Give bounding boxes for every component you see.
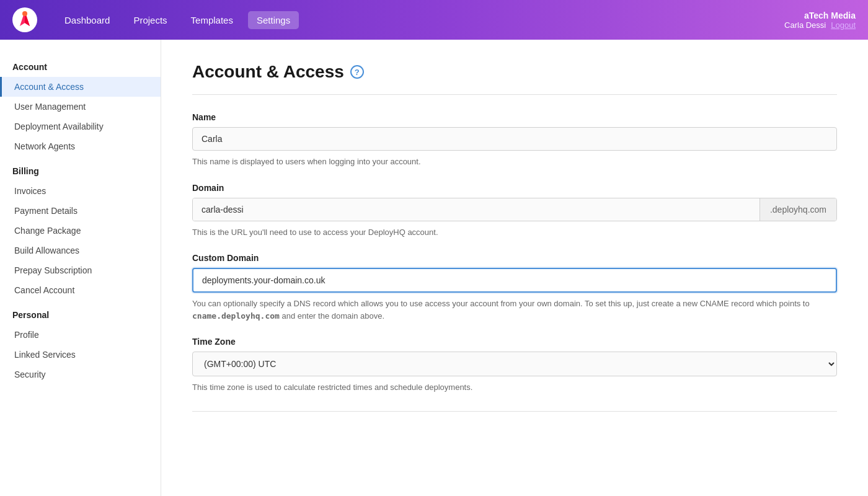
page-title: Account & Access [192, 62, 344, 82]
sidebar-item-account-access[interactable]: Account & Access [0, 77, 161, 97]
sidebar-item-profile[interactable]: Profile [0, 325, 161, 345]
sidebar-item-user-management[interactable]: User Management [0, 97, 161, 117]
custom-domain-label: Custom Domain [192, 253, 837, 263]
logout-link[interactable]: Logout [831, 20, 856, 30]
name-hint: This name is displayed to users when log… [192, 156, 837, 168]
nav-settings[interactable]: Settings [248, 11, 299, 29]
custom-domain-field-group: Custom Domain You can optionally specify… [192, 253, 837, 322]
sidebar: Account Account & Access User Management… [0, 40, 161, 496]
topnav-right: aTech Media Carla Dessi Logout [784, 11, 856, 30]
name-input[interactable] [192, 127, 837, 151]
nav-projects[interactable]: Projects [125, 11, 175, 29]
name-label: Name [192, 112, 837, 122]
topnav: Dashboard Projects Templates Settings aT… [0, 0, 868, 40]
sidebar-item-change-package[interactable]: Change Package [0, 221, 161, 241]
domain-hint: This is the URL you'll need to use to ac… [192, 226, 837, 239]
nav-dashboard[interactable]: Dashboard [56, 11, 118, 29]
sidebar-item-invoices[interactable]: Invoices [0, 181, 161, 201]
custom-domain-hint-suffix: and enter the domain above. [280, 311, 384, 321]
timezone-hint: This time zone is used to calculate rest… [192, 381, 837, 394]
user-row: Carla Dessi Logout [784, 20, 856, 30]
nav-links: Dashboard Projects Templates Settings [56, 11, 299, 29]
sidebar-item-linked-services[interactable]: Linked Services [0, 345, 161, 365]
bottom-divider [192, 411, 837, 412]
nav-templates[interactable]: Templates [182, 11, 242, 29]
sidebar-item-prepay-subscription[interactable]: Prepay Subscription [0, 260, 161, 280]
custom-domain-hint: You can optionally specify a DNS record … [192, 298, 837, 322]
sidebar-item-payment-details[interactable]: Payment Details [0, 201, 161, 221]
sidebar-item-cancel-account[interactable]: Cancel Account [0, 280, 161, 300]
sidebar-section-account: Account [0, 52, 161, 77]
title-divider [192, 94, 837, 95]
custom-domain-hint-code: cname.deployhq.com [192, 311, 280, 321]
brand-name: aTech Media [784, 11, 856, 20]
topnav-left: Dashboard Projects Templates Settings [12, 7, 299, 32]
page-title-row: Account & Access ? [192, 62, 837, 82]
svg-point-3 [22, 11, 27, 16]
custom-domain-input[interactable] [192, 268, 837, 293]
timezone-select[interactable]: (GMT-12:00) International Date Line West… [192, 352, 837, 376]
domain-row: .deployhq.com [192, 198, 837, 221]
custom-domain-hint-prefix: You can optionally specify a DNS record … [192, 299, 810, 308]
sidebar-item-build-allowances[interactable]: Build Allowances [0, 241, 161, 260]
sidebar-item-network-agents[interactable]: Network Agents [0, 136, 161, 156]
domain-label: Domain [192, 183, 837, 193]
user-name: Carla Dessi [784, 20, 826, 30]
main-content: Account & Access ? Name This name is dis… [161, 40, 868, 496]
logo-icon[interactable] [12, 7, 37, 32]
timezone-label: Time Zone [192, 337, 837, 347]
domain-suffix: .deployhq.com [760, 198, 836, 221]
domain-field-group: Domain .deployhq.com This is the URL you… [192, 183, 837, 239]
sidebar-section-personal: Personal [0, 300, 161, 325]
domain-input[interactable] [193, 198, 760, 221]
layout: Account Account & Access User Management… [0, 40, 868, 496]
name-field-group: Name This name is displayed to users whe… [192, 112, 837, 168]
timezone-field-group: Time Zone (GMT-12:00) International Date… [192, 337, 837, 394]
sidebar-item-deployment-availability[interactable]: Deployment Availability [0, 117, 161, 136]
sidebar-item-security[interactable]: Security [0, 365, 161, 384]
help-icon[interactable]: ? [350, 65, 364, 79]
sidebar-section-billing: Billing [0, 156, 161, 181]
